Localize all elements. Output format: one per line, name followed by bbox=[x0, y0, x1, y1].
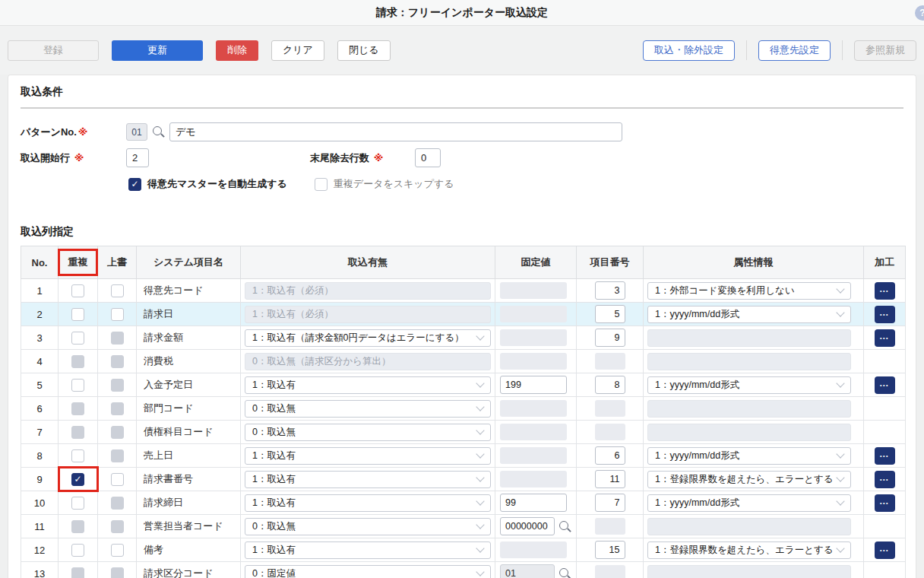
import-mode-select[interactable]: 1：取込有 bbox=[245, 376, 491, 394]
item-number-input[interactable]: 8 bbox=[595, 376, 625, 394]
table-row: 8売上日1：取込有61：yyyy/mm/dd形式 bbox=[21, 444, 906, 468]
fixed-value-input[interactable]: 199 bbox=[500, 376, 567, 394]
attribute-select[interactable]: 1：yyyy/mm/dd形式 bbox=[647, 376, 851, 394]
attribute-cell: 1：yyyy/mm/dd形式 bbox=[644, 444, 864, 468]
item-number-input[interactable]: 7 bbox=[595, 494, 625, 512]
search-icon[interactable] bbox=[152, 125, 165, 138]
import-mode-select[interactable]: 1：取込有 bbox=[245, 471, 491, 488]
help-icon[interactable]: ? bbox=[915, 5, 924, 21]
fixed-value-cell: 01 bbox=[495, 562, 577, 578]
table-row: 3請求金額1：取込有（請求金額0円データはエラーにする）9 bbox=[21, 326, 906, 350]
toolbar-right-button-0[interactable]: 取込・除外設定 bbox=[643, 40, 735, 61]
grid-body: 1得意先コード1：取込有（必須）31：外部コード変換を利用しない2請求日1：取込… bbox=[21, 279, 906, 578]
item-number-input[interactable]: 15 bbox=[595, 541, 625, 559]
duplicate-checkbox[interactable] bbox=[71, 308, 84, 321]
toolbar-button-4[interactable]: 閉じる bbox=[337, 40, 391, 61]
item-number-input[interactable]: 11 bbox=[595, 470, 625, 488]
attribute-select[interactable]: 1：yyyy/mm/dd形式 bbox=[647, 447, 851, 465]
conditions-heading: 取込条件 bbox=[21, 85, 903, 99]
row-number: 2 bbox=[21, 303, 59, 326]
duplicate-cell bbox=[59, 397, 98, 421]
edit-button[interactable] bbox=[875, 376, 895, 394]
edit-button[interactable] bbox=[875, 447, 895, 465]
edit-button[interactable] bbox=[875, 541, 895, 559]
attribute-select[interactable]: 1：yyyy/mm/dd形式 bbox=[647, 494, 851, 512]
table-row: 4消費税0：取込無（請求区分から算出） bbox=[21, 350, 906, 373]
overwrite-checkbox[interactable] bbox=[111, 284, 124, 297]
edit-button[interactable] bbox=[875, 306, 895, 323]
fixed-value-input[interactable]: 00000000 bbox=[500, 517, 555, 535]
attribute-select[interactable]: 1：登録限界数を超えたら、エラーとする bbox=[647, 471, 851, 488]
attribute-select[interactable]: 1：外部コード変換を利用しない bbox=[647, 282, 851, 300]
item-number-input[interactable]: 3 bbox=[595, 281, 625, 300]
overwrite-checkbox bbox=[111, 449, 124, 462]
chevron-down-icon bbox=[836, 379, 844, 387]
start-row-input[interactable] bbox=[126, 148, 149, 167]
import-mode-select[interactable]: 1：取込有 bbox=[245, 541, 491, 559]
toolbar-button-3[interactable]: クリア bbox=[271, 40, 324, 61]
import-mode-select[interactable]: 1：取込有 bbox=[245, 447, 491, 465]
duplicate-checkbox[interactable] bbox=[71, 449, 84, 462]
duplicate-checkbox[interactable] bbox=[71, 473, 84, 486]
item-number-input[interactable]: 9 bbox=[595, 329, 625, 347]
import-mode-select-value: 1：取込有 bbox=[252, 497, 477, 510]
overwrite-checkbox bbox=[111, 332, 124, 345]
toolbar-button-2[interactable]: 削除 bbox=[216, 40, 258, 61]
row-number: 13 bbox=[21, 562, 59, 578]
auto-create-option: 得意先マスターを自動生成する bbox=[128, 177, 287, 191]
table-row: 6部門コード0：取込無 bbox=[21, 397, 906, 421]
system-item-name: 営業担当者コード bbox=[137, 515, 241, 538]
fixed-value-wrap bbox=[495, 400, 576, 417]
duplicate-checkbox[interactable] bbox=[71, 497, 84, 510]
toolbar-right-button-1[interactable]: 得意先設定 bbox=[758, 40, 831, 61]
import-mode-select[interactable]: 0：固定値 bbox=[245, 565, 491, 578]
chevron-down-icon bbox=[476, 379, 484, 387]
duplicate-checkbox[interactable] bbox=[71, 544, 84, 557]
duplicate-checkbox[interactable] bbox=[71, 379, 84, 392]
overwrite-checkbox[interactable] bbox=[111, 308, 124, 321]
edit-cell bbox=[864, 326, 906, 350]
edit-button[interactable] bbox=[875, 329, 895, 347]
import-mode-select[interactable]: 0：取込無 bbox=[245, 400, 491, 418]
import-mode-select[interactable]: 0：取込無 bbox=[245, 424, 491, 441]
chevron-down-icon bbox=[476, 426, 484, 434]
fixed-value-cell bbox=[495, 538, 577, 562]
duplicate-checkbox[interactable] bbox=[71, 284, 84, 297]
edit-button[interactable] bbox=[875, 471, 895, 488]
pattern-no-field: 01 bbox=[126, 123, 147, 141]
item-number-input[interactable]: 5 bbox=[595, 305, 625, 323]
overwrite-checkbox[interactable] bbox=[111, 473, 124, 486]
row-number: 1 bbox=[21, 279, 59, 303]
edit-button[interactable] bbox=[875, 282, 895, 300]
pattern-name-input[interactable] bbox=[169, 122, 622, 141]
item-number-disabled bbox=[595, 400, 625, 417]
toolbar-button-1[interactable]: 更新 bbox=[112, 40, 203, 61]
edit-button[interactable] bbox=[875, 494, 895, 512]
import-mode-select[interactable]: 1：取込有 bbox=[245, 494, 491, 512]
table-row: 2請求日1：取込有（必須）51：yyyy/mm/dd形式 bbox=[21, 303, 906, 326]
overwrite-checkbox bbox=[111, 379, 124, 392]
attribute-select[interactable]: 1：yyyy/mm/dd形式 bbox=[647, 306, 851, 323]
item-number-cell: 3 bbox=[577, 279, 644, 303]
fixed-value-field-disabled bbox=[500, 306, 567, 322]
skip-duplicate-checkbox[interactable] bbox=[315, 178, 328, 191]
import-mode-select[interactable]: 1：取込有（請求金額0円データはエラーにする） bbox=[245, 329, 491, 347]
skip-duplicate-option: 重複データをスキップする bbox=[315, 177, 454, 191]
attribute-select[interactable]: 1：登録限界数を超えたら、エラーとする bbox=[647, 541, 851, 559]
overwrite-checkbox[interactable] bbox=[111, 544, 124, 557]
search-icon[interactable] bbox=[559, 520, 571, 533]
fixed-value-wrap: 01 bbox=[495, 564, 576, 578]
import-mode-cell: 1：取込有 bbox=[241, 491, 495, 515]
pattern-row: パターンNo.※ 01 bbox=[21, 122, 903, 141]
search-icon[interactable] bbox=[559, 567, 571, 578]
item-number-input[interactable]: 6 bbox=[595, 446, 625, 465]
import-mode-cell: 0：固定値 bbox=[241, 562, 495, 578]
duplicate-checkbox[interactable] bbox=[71, 332, 84, 345]
tail-remove-input[interactable] bbox=[415, 148, 441, 167]
fixed-value-input[interactable]: 99 bbox=[500, 494, 567, 512]
import-mode-select[interactable]: 0：取込無 bbox=[245, 518, 491, 535]
edit-cell bbox=[864, 303, 906, 326]
start-row: 取込開始行 ※ 末尾除去行数 ※ bbox=[21, 148, 903, 167]
row-number: 6 bbox=[21, 397, 59, 421]
auto-create-checkbox[interactable] bbox=[128, 178, 141, 191]
